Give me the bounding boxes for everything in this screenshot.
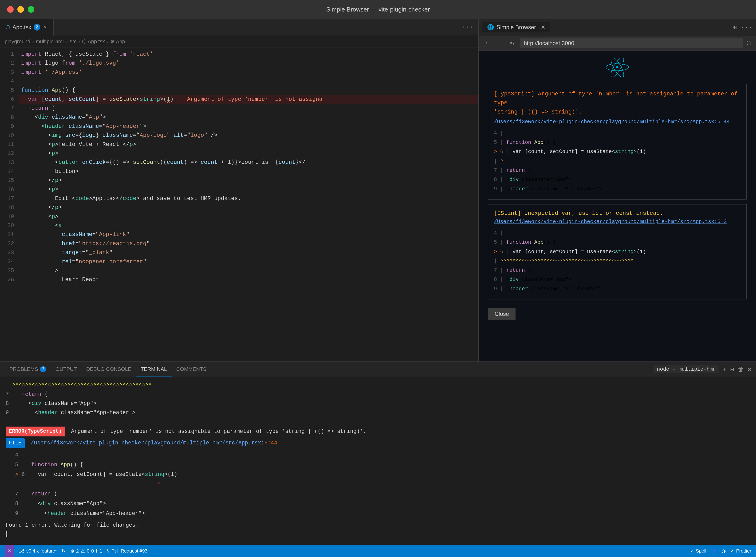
- code-line: <p>: [19, 185, 478, 194]
- typescript-error-block: [TypeScript] Argument of type 'number' i…: [488, 84, 747, 200]
- terminal-file-line: FILE /Users/fi3ework/vite-plugin-checker…: [6, 438, 750, 448]
- add-terminal-button[interactable]: +: [723, 366, 727, 373]
- tab-comments[interactable]: COMMENTS: [172, 362, 211, 377]
- error-badge: ERROR(TypeScript): [6, 427, 65, 436]
- eslint-error-header: [ESLint] Unexpected var, use let or cons…: [494, 210, 741, 216]
- tab-problems[interactable]: PROBLEMS 3: [5, 362, 51, 377]
- tab-close-button[interactable]: ✕: [42, 25, 48, 30]
- code-line: <div className="App">: [19, 113, 478, 122]
- terminal-error-line: ERROR(TypeScript) Argument of type 'numb…: [6, 427, 750, 436]
- status-prettier[interactable]: ✓ Prettier: [730, 548, 751, 554]
- code-line: href="https://reactjs.org": [19, 239, 478, 248]
- breadcrumb-item: ⊕ App: [111, 38, 125, 45]
- code-line: <header className="App-header">: [19, 122, 478, 131]
- code-line: </p>: [19, 203, 478, 212]
- eslint-error-code: 4 | 5 | function App() { > 6 | var [coun…: [494, 229, 741, 294]
- terminal-code-block: 4 5 function App() { > 6 var [count, set…: [15, 450, 750, 519]
- code-editor: 1 2 3 4 5 6 7 8 9 10 11 12 13 14 15 16 1: [0, 48, 478, 361]
- file-badge: FILE: [6, 438, 25, 448]
- status-theme[interactable]: ◑: [722, 548, 726, 554]
- status-vx: ✕: [5, 545, 14, 557]
- bottom-panel: PROBLEMS 3 OUTPUT DEBUG CONSOLE TERMINAL…: [0, 361, 756, 545]
- tab-more-button[interactable]: ···: [457, 24, 478, 31]
- vite-preview-logo: [478, 51, 756, 77]
- maximize-traffic-light[interactable]: [28, 6, 34, 13]
- code-line: >: [19, 266, 478, 275]
- split-editor-button[interactable]: ⊞: [733, 23, 737, 31]
- bottom-panel-controls: node - multiple-hmr + ⊟ 🗑 ✕: [653, 365, 751, 373]
- terminal-line: 7 return (: [6, 390, 750, 399]
- eslint-error-block: [ESLint] Unexpected var, use let or cons…: [488, 204, 747, 299]
- code-line: return (: [19, 104, 478, 113]
- tab-output[interactable]: OUTPUT: [51, 362, 81, 377]
- minimize-traffic-light[interactable]: [18, 6, 24, 13]
- browser-toolbar: ← → ↻ ⬡: [478, 36, 756, 51]
- breadcrumb-item: ⬡ App.tsx: [82, 38, 105, 45]
- browser-more-button[interactable]: ···: [740, 24, 752, 31]
- code-line: </p>: [19, 176, 478, 185]
- node-label: node - multiple-hmr: [653, 365, 719, 373]
- tab-debug-console[interactable]: DEBUG CONSOLE: [82, 362, 136, 377]
- trash-terminal-button[interactable]: 🗑: [738, 366, 744, 373]
- code-line: <button onClick={() => setCount((count) …: [19, 158, 478, 167]
- problems-badge: 3: [40, 366, 46, 372]
- status-spell[interactable]: ✓ Spell: [690, 548, 706, 554]
- code-line: <p>: [19, 149, 478, 158]
- terminal-line: [6, 417, 750, 427]
- typescript-error-code: 4 | 5 | function App() { > 6 | var [coun…: [494, 128, 741, 194]
- code-line: <a: [19, 221, 478, 230]
- code-line: <p>: [19, 212, 478, 221]
- forward-button[interactable]: →: [496, 39, 504, 47]
- code-line: target="_blank": [19, 248, 478, 257]
- tab-label: App.tsx: [12, 24, 31, 31]
- browser-tab-close[interactable]: ✕: [541, 24, 545, 31]
- url-input[interactable]: [520, 38, 743, 49]
- browser-tab-label: Simple Browser: [496, 24, 536, 31]
- editor-tab-bar: ⬡ App.tsx 2 ✕ ···: [0, 19, 478, 36]
- open-external-button[interactable]: ⬡: [746, 40, 751, 47]
- status-pr[interactable]: ⑂ Pull Request #93: [107, 548, 147, 554]
- tab-badge: 2: [34, 24, 40, 31]
- line-numbers: 1 2 3 4 5 6 7 8 9 10 11 12 13 14 15 16 1: [0, 48, 19, 361]
- status-errors[interactable]: ⊗ 2 ⚠ 0 0 ℹ 1: [70, 548, 102, 554]
- browser-controls: ⊞ ···: [733, 23, 752, 31]
- typescript-error-file[interactable]: /Users/fi3ework/vite-plugin-checker/play…: [494, 119, 741, 125]
- typescript-error-header: [TypeScript] Argument of type 'number' i…: [494, 90, 741, 117]
- main-container: ⬡ App.tsx 2 ✕ ··· playground › multiple-…: [0, 19, 756, 557]
- back-button[interactable]: ←: [483, 39, 492, 47]
- browser-content: [TypeScript] Argument of type 'number' i…: [478, 51, 756, 361]
- code-line: Learn React: [19, 275, 478, 284]
- status-user[interactable]: 👤: [711, 548, 717, 554]
- code-line-error: var [count, setCount] = useState<string>…: [19, 95, 478, 104]
- code-line: <p>Hello Vite + React!</p>: [19, 140, 478, 149]
- editor-tab-app-tsx[interactable]: ⬡ App.tsx 2 ✕: [0, 19, 54, 36]
- code-line: button>: [19, 167, 478, 176]
- browser-tab-bar: 🌐 Simple Browser ✕ ⊞ ···: [478, 19, 756, 36]
- code-line: [19, 77, 478, 86]
- code-line: function App() {: [19, 86, 478, 95]
- code-line: import React, { useState } from 'react': [19, 50, 478, 59]
- close-button[interactable]: Close: [488, 308, 516, 320]
- code-line: import logo from './logo.svg': [19, 59, 478, 68]
- breadcrumb-item: src: [70, 38, 77, 45]
- editor-area: ⬡ App.tsx 2 ✕ ··· playground › multiple-…: [0, 19, 756, 361]
- titlebar: Simple Browser — vite-plugin-checker: [0, 0, 756, 19]
- code-line: rel="noopener noreferrer": [19, 257, 478, 266]
- status-bar: ✕ ⎇ v0.4.x-feature* ↻ ⊗ 2 ⚠ 0 0 ℹ 1 ⑂ Pu…: [0, 545, 756, 557]
- terminal-line: 8 <div className="App">: [6, 399, 750, 408]
- close-panel-button[interactable]: ✕: [748, 366, 751, 373]
- refresh-button[interactable]: ↻: [508, 39, 516, 47]
- close-traffic-light[interactable]: [7, 6, 13, 13]
- browser-panel: 🌐 Simple Browser ✕ ⊞ ··· ← → ↻ ⬡: [478, 19, 756, 361]
- terminal-cursor: ▌: [6, 530, 750, 539]
- browser-tab-icon: 🌐: [487, 24, 494, 31]
- status-sync[interactable]: ↻: [62, 548, 66, 554]
- browser-tab[interactable]: 🌐 Simple Browser ✕: [483, 22, 550, 32]
- tab-terminal[interactable]: TERMINAL: [136, 362, 172, 377]
- split-terminal-button[interactable]: ⊟: [730, 366, 734, 373]
- breadcrumb-item: playground: [5, 38, 30, 45]
- terminal-line: ^^^^^^^^^^^^^^^^^^^^^^^^^^^^^^^^^^^^^^^^…: [6, 381, 750, 390]
- status-branch[interactable]: ⎇ v0.4.x-feature*: [19, 548, 57, 554]
- eslint-error-file[interactable]: /Users/fi3ework/vite-plugin-checker/play…: [494, 219, 741, 225]
- terminal-content: ^^^^^^^^^^^^^^^^^^^^^^^^^^^^^^^^^^^^^^^^…: [0, 377, 756, 545]
